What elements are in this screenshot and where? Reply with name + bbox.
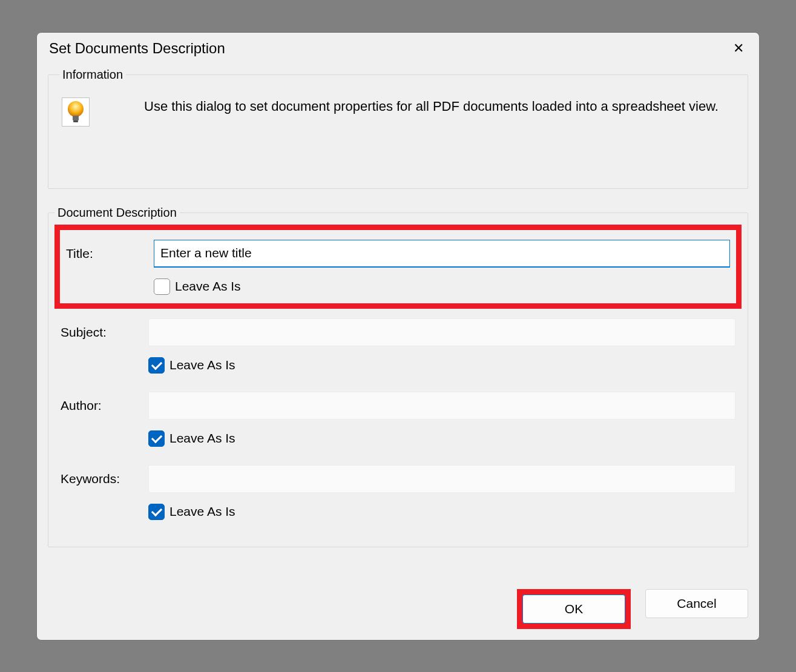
keywords-label: Keywords: — [61, 472, 148, 486]
close-icon: ✕ — [733, 41, 744, 56]
title-row: Title: — [66, 240, 730, 268]
author-leave-as-is-row: Leave As Is — [148, 430, 735, 447]
ok-highlight: OK — [517, 589, 631, 629]
svg-rect-2 — [73, 120, 78, 122]
keywords-input — [148, 465, 735, 493]
title-field-block: Title: Leave As Is — [54, 225, 742, 309]
subject-input — [148, 318, 735, 346]
information-row: Use this dialog to set document properti… — [59, 93, 737, 131]
dialog-content: Information Use this dialog to set — [37, 62, 759, 640]
keywords-leave-as-is-row: Leave As Is — [148, 504, 735, 520]
subject-leave-as-is-row: Leave As Is — [148, 357, 735, 374]
subject-label: Subject: — [61, 325, 148, 340]
cancel-button[interactable]: Cancel — [645, 589, 748, 618]
subject-row: Subject: — [61, 318, 735, 346]
close-button[interactable]: ✕ — [730, 40, 747, 57]
information-text: Use this dialog to set document properti… — [144, 97, 719, 127]
author-leave-as-is-checkbox[interactable] — [148, 430, 165, 447]
author-label: Author: — [61, 398, 148, 413]
subject-leave-as-is-label: Leave As Is — [169, 358, 235, 372]
author-field-block: Author: Leave As Is — [54, 382, 742, 455]
title-leave-as-is-label: Leave As Is — [175, 279, 241, 294]
lightbulb-icon — [62, 97, 90, 127]
keywords-row: Keywords: — [61, 465, 735, 493]
title-leave-as-is-row: Leave As Is — [154, 278, 730, 295]
dialog-window: Set Documents Description ✕ Information — [36, 32, 760, 641]
author-input — [148, 392, 735, 420]
title-leave-as-is-checkbox[interactable] — [154, 278, 170, 295]
ok-button[interactable]: OK — [522, 595, 625, 624]
title-input[interactable] — [154, 240, 730, 268]
subject-field-block: Subject: Leave As Is — [54, 309, 742, 382]
title-label: Title: — [66, 246, 154, 261]
dialog-title: Set Documents Description — [49, 40, 225, 57]
button-bar: OK Cancel — [48, 583, 748, 629]
keywords-field-block: Keywords: Leave As Is — [54, 455, 742, 529]
svg-point-0 — [68, 101, 84, 117]
author-row: Author: — [61, 392, 735, 420]
keywords-leave-as-is-label: Leave As Is — [169, 504, 235, 519]
document-description-group: Document Description Title: Leave As Is … — [48, 206, 748, 547]
svg-rect-1 — [73, 116, 79, 120]
keywords-leave-as-is-checkbox[interactable] — [148, 504, 165, 520]
information-group: Information Use this dialog to set — [48, 68, 748, 189]
titlebar: Set Documents Description ✕ — [37, 33, 759, 62]
document-description-legend: Document Description — [54, 206, 180, 220]
author-leave-as-is-label: Leave As Is — [169, 431, 235, 446]
subject-leave-as-is-checkbox[interactable] — [148, 357, 165, 374]
information-legend: Information — [59, 68, 126, 82]
